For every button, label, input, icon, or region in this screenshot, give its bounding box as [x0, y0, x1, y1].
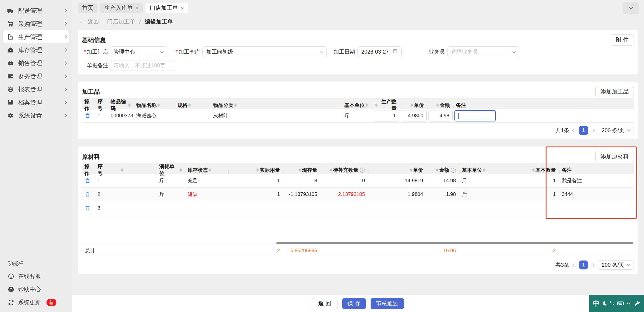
sort-icon[interactable] — [188, 103, 191, 107]
remark-input-focused[interactable] — [454, 110, 496, 121]
fn-item-label: 在线客服 — [18, 272, 41, 280]
tab-home[interactable]: 首页 — [78, 3, 97, 13]
attachment-button[interactable]: 附 件 — [611, 34, 634, 46]
close-icon[interactable]: × — [135, 5, 139, 11]
add-raw-material-button[interactable]: 添加原材料 — [595, 151, 634, 162]
store-label: 加工门店 — [82, 48, 108, 55]
ime-language-toggle[interactable]: 中 — [593, 299, 600, 308]
toggle-arrows-icon[interactable] — [626, 300, 632, 307]
chevron-right-icon — [64, 114, 67, 117]
sidebar-item-label: 财务管理 — [18, 72, 60, 80]
sort-icon[interactable] — [330, 168, 332, 172]
sidebar-item-reports[interactable]: 报表管理 — [0, 83, 72, 96]
sidebar-item-archives[interactable]: 档案管理 — [0, 96, 72, 109]
sort-icon[interactable] — [179, 168, 182, 172]
unit-price-input[interactable]: 4.9800 — [401, 110, 427, 121]
next-page-icon[interactable] — [591, 129, 595, 132]
sidebar-item-label: 系统设置 — [18, 112, 60, 120]
delete-row-button[interactable] — [82, 205, 95, 211]
sidebar-item-delivery[interactable]: 配送管理 — [0, 4, 72, 17]
table-row: 3 — [82, 201, 634, 215]
totals-amount: 16.96 — [427, 248, 459, 254]
tab-store-processing[interactable]: 门店加工单 × — [145, 3, 188, 13]
sidebar-item-finance[interactable]: 财务管理 — [0, 70, 72, 83]
wrench-icon[interactable] — [634, 300, 640, 307]
collapse-tabs-button[interactable] — [623, 2, 639, 14]
globe-icon — [7, 86, 14, 93]
sort-icon[interactable] — [209, 168, 211, 172]
salesman-select[interactable]: 选择业务员 — [447, 46, 519, 57]
sidebar-item-system-update[interactable]: 系统更新 新 — [0, 296, 72, 309]
sidebar-item-sales[interactable]: 销售管理 — [0, 57, 72, 70]
total-count: 共1条 — [555, 127, 569, 134]
salesman-label: 业务员 — [422, 48, 445, 55]
sort-icon[interactable] — [436, 168, 438, 172]
keyboard-icon[interactable] — [617, 300, 624, 307]
store-select[interactable]: 管理中心 — [110, 46, 167, 57]
sidebar-item-help-center[interactable]: ? 帮助中心 — [0, 283, 72, 296]
tab-production-inbound[interactable]: 生产入库单 × — [100, 3, 143, 13]
back-link[interactable]: ← 返回 — [79, 18, 99, 26]
ime-punctuation-toggle[interactable]: °， — [609, 300, 615, 307]
basic-info-card: 基础信息 附 件 加工门店 管理中心 加工仓库 加工间初级 加工日期 — [78, 30, 638, 74]
sort-icon[interactable] — [128, 103, 131, 107]
stock-status: 充足 — [185, 177, 228, 184]
sort-icon[interactable] — [375, 103, 377, 107]
warehouse-select[interactable]: 加工间初级 — [202, 46, 327, 57]
sort-icon[interactable] — [532, 168, 535, 172]
chevron-down-icon — [627, 262, 631, 266]
pagination: 共3条 1 200 条/页 — [82, 260, 634, 270]
quantity-input[interactable]: 1 — [373, 110, 399, 121]
prev-page-icon[interactable] — [572, 263, 576, 267]
sort-icon[interactable] — [410, 168, 412, 172]
page-size-select[interactable]: 200 条/页 — [598, 126, 634, 135]
add-processed-good-button[interactable]: 添加加工品 — [595, 86, 634, 97]
sidebar-item-online-service[interactable]: 在线客服 — [0, 270, 72, 283]
breadcrumb-parent[interactable]: 门店加工单 — [107, 18, 135, 26]
chevron-right-icon — [64, 74, 67, 78]
folder-icon — [7, 99, 14, 106]
next-page-icon[interactable] — [591, 263, 595, 267]
clipped-column-header — [108, 168, 157, 172]
sort-icon[interactable] — [256, 168, 259, 172]
processed-goods-card: 加工品 添加加工品 操作 序号 物品编码 物品名称 规格 物品分类 基本单位 生… — [78, 82, 638, 139]
chevron-down-icon — [629, 5, 633, 9]
scrollbar-thumb[interactable] — [276, 242, 633, 244]
sort-icon[interactable] — [121, 168, 123, 172]
sidebar-item-inventory[interactable]: 库存管理 — [0, 43, 72, 57]
close-icon[interactable]: × — [181, 5, 184, 11]
customer-service-icon — [8, 273, 14, 280]
sort-icon[interactable] — [411, 103, 413, 107]
back-button[interactable]: 返 回 — [312, 298, 337, 309]
horizontal-scrollbar — [82, 242, 634, 244]
sort-icon[interactable] — [436, 103, 439, 107]
page-size-select[interactable]: 200 条/页 — [598, 260, 634, 270]
sort-icon[interactable] — [366, 103, 368, 107]
table-empty-space — [82, 215, 634, 242]
sort-icon[interactable] — [234, 103, 237, 107]
processing-date-input[interactable]: 2026-03-27 — [357, 46, 402, 57]
delete-row-button[interactable] — [82, 177, 95, 184]
sidebar-item-production[interactable]: 生产管理 — [3, 30, 69, 43]
new-badge: 新 — [47, 299, 56, 306]
raw-materials-card: 原材料 添加原材料 操作 序号 消耗单位 库存状态 实际用量 现存量 待补充数量… — [78, 146, 638, 274]
prev-page-icon[interactable] — [572, 129, 576, 132]
save-button[interactable]: 保 存 — [342, 298, 366, 309]
arrow-left-icon: ← — [79, 18, 86, 26]
moon-icon[interactable] — [601, 300, 608, 307]
current-page-button[interactable]: 1 — [579, 126, 588, 135]
approve-button[interactable]: 审核通过 — [371, 298, 404, 309]
sidebar-item-purchasing[interactable]: 采购管理 — [0, 17, 72, 30]
sort-icon[interactable] — [483, 168, 485, 172]
delete-row-button[interactable] — [82, 191, 95, 197]
current-page-button[interactable]: 1 — [579, 260, 588, 269]
order-remark-input[interactable]: 请输入，不超过100字 — [110, 60, 175, 71]
delete-row-button[interactable] — [82, 113, 95, 119]
sidebar-item-label: 库存管理 — [18, 46, 60, 54]
sidebar-item-settings[interactable]: 系统设置 — [0, 109, 72, 122]
amount-input[interactable]: 4.98 — [428, 110, 453, 121]
sort-icon[interactable] — [299, 168, 301, 172]
sort-icon[interactable] — [157, 103, 160, 107]
function-bar-label: 功能栏 — [0, 260, 72, 270]
table-header: 操作 序号 物品编码 物品名称 规格 物品分类 基本单位 生产数量 单价 金额 … — [82, 98, 634, 109]
